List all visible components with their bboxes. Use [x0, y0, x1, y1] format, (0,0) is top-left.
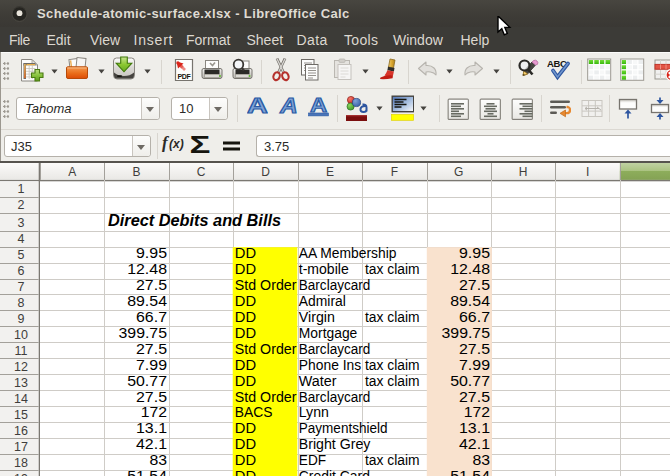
svg-text:Std Order: Std Order	[235, 390, 297, 405]
svg-text:27.5: 27.5	[136, 390, 167, 405]
svg-text:89.54: 89.54	[127, 294, 167, 309]
svg-text:66.7: 66.7	[459, 310, 490, 325]
svg-text:I: I	[586, 165, 589, 179]
svg-text:DD: DD	[235, 262, 256, 277]
svg-text:13.1: 13.1	[459, 421, 490, 436]
svg-text:89.54: 89.54	[450, 294, 490, 309]
svg-text:DD: DD	[235, 358, 256, 373]
svg-text:B: B	[133, 165, 141, 179]
svg-text:18: 18	[14, 456, 28, 470]
svg-text:Barclaycard: Barclaycard	[299, 342, 371, 357]
svg-text:15: 15	[14, 408, 28, 422]
svg-text:DD: DD	[235, 374, 256, 389]
svg-text:6: 6	[18, 264, 25, 278]
svg-text:EDF: EDF	[299, 453, 326, 468]
svg-text:13.1: 13.1	[136, 421, 167, 436]
svg-text:PDF: PDF	[177, 73, 191, 80]
svg-text:13: 13	[14, 376, 28, 390]
svg-text:1: 1	[18, 182, 25, 196]
svg-text:9: 9	[18, 312, 25, 326]
svg-text:7.99: 7.99	[459, 358, 490, 373]
svg-text:83: 83	[472, 453, 490, 468]
svg-text:5: 5	[18, 248, 25, 262]
svg-text:7: 7	[18, 280, 25, 294]
svg-text:DD: DD	[235, 326, 256, 341]
svg-text:16: 16	[14, 424, 28, 438]
svg-text:Barclaycard: Barclaycard	[299, 390, 371, 405]
svg-text:27.5: 27.5	[136, 342, 167, 357]
svg-text:Σ: Σ	[190, 132, 211, 156]
svg-text:50.77: 50.77	[450, 374, 490, 389]
svg-text:DD: DD	[235, 421, 256, 436]
svg-text:DD: DD	[235, 246, 256, 261]
svg-text:tax claim: tax claim	[365, 453, 420, 468]
svg-text:Barclaycard: Barclaycard	[299, 278, 371, 293]
svg-text:Std Order: Std Order	[235, 342, 297, 357]
svg-text:12: 12	[14, 360, 28, 374]
svg-text:27.5: 27.5	[136, 278, 167, 293]
svg-text:D: D	[261, 165, 270, 179]
svg-text:51.54: 51.54	[450, 469, 490, 476]
svg-text:27.5: 27.5	[459, 342, 490, 357]
svg-text:19: 19	[14, 472, 28, 476]
svg-text:Bright Grey: Bright Grey	[299, 437, 371, 452]
svg-text:C: C	[197, 165, 206, 179]
svg-text:83: 83	[149, 453, 167, 468]
svg-text:7.99: 7.99	[136, 358, 167, 373]
svg-text:42.1: 42.1	[136, 437, 167, 452]
svg-text:BACS: BACS	[235, 405, 273, 420]
svg-text:172: 172	[464, 405, 490, 420]
svg-text:DD: DD	[235, 469, 256, 476]
svg-text:E: E	[326, 165, 334, 179]
svg-text:Water: Water	[299, 374, 337, 389]
svg-text:DD: DD	[235, 453, 256, 468]
svg-text:tax claim: tax claim	[365, 358, 420, 373]
svg-text:9.95: 9.95	[136, 246, 167, 261]
svg-text:DD: DD	[235, 310, 256, 325]
svg-text:AA Membership: AA Membership	[299, 246, 397, 261]
svg-text:H: H	[519, 165, 528, 179]
svg-text:Credit Card: Credit Card	[299, 469, 370, 476]
svg-text:27.5: 27.5	[459, 278, 490, 293]
svg-text:F: F	[391, 165, 398, 179]
svg-text:Admiral: Admiral	[299, 294, 346, 309]
svg-text:399.75: 399.75	[119, 326, 168, 341]
svg-text:tax claim: tax claim	[365, 310, 420, 325]
svg-text:DD: DD	[235, 437, 256, 452]
svg-text:Virgin: Virgin	[299, 310, 335, 325]
svg-text:14: 14	[14, 392, 28, 406]
svg-text:A: A	[68, 165, 76, 179]
svg-text:G: G	[454, 165, 463, 179]
svg-text:2: 2	[18, 198, 25, 212]
svg-text:399.75: 399.75	[442, 326, 491, 341]
svg-text:tax claim: tax claim	[365, 374, 420, 389]
svg-text:11: 11	[15, 344, 28, 358]
svg-text:12.48: 12.48	[127, 262, 167, 277]
svg-text:Lynn: Lynn	[299, 405, 329, 420]
svg-text:17: 17	[14, 440, 28, 454]
svg-text:Mortgage: Mortgage	[299, 326, 358, 341]
svg-text:t-mobile: t-mobile	[299, 262, 349, 277]
svg-text:4: 4	[18, 232, 25, 246]
svg-text:42.1: 42.1	[459, 437, 490, 452]
svg-text:Std Order: Std Order	[235, 278, 297, 293]
svg-text:3: 3	[18, 216, 25, 230]
svg-text:tax claim: tax claim	[365, 262, 420, 277]
svg-text:27.5: 27.5	[459, 390, 490, 405]
svg-text:DD: DD	[235, 294, 256, 309]
svg-text:Phone Ins: Phone Ins	[299, 358, 361, 373]
svg-text:172: 172	[141, 405, 167, 420]
svg-text:Direct Debits and Bills: Direct Debits and Bills	[108, 211, 281, 229]
svg-text:Paymentshield: Paymentshield	[299, 421, 388, 436]
svg-text:12.48: 12.48	[450, 262, 490, 277]
svg-text:66.7: 66.7	[136, 310, 167, 325]
svg-text:50.77: 50.77	[127, 374, 167, 389]
svg-text:10: 10	[14, 328, 28, 342]
svg-text:A: A	[247, 93, 268, 117]
svg-text:8: 8	[18, 296, 25, 310]
svg-text:A: A	[279, 93, 297, 117]
svg-text:51.54: 51.54	[127, 469, 167, 476]
svg-text:9.95: 9.95	[459, 246, 490, 261]
